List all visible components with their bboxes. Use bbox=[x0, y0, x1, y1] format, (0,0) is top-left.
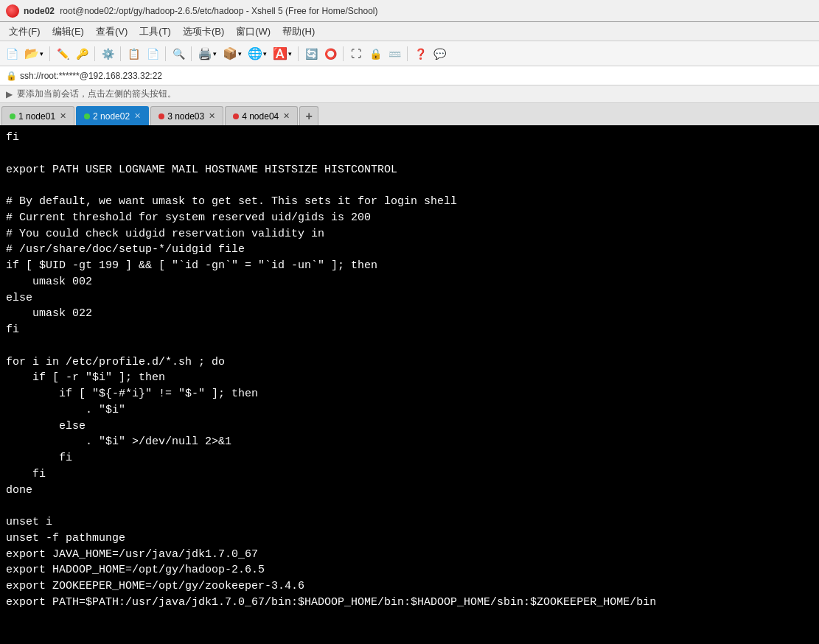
sep3 bbox=[120, 46, 121, 61]
copy-button[interactable]: 📋 bbox=[125, 45, 142, 63]
menu-window[interactable]: 窗口(W) bbox=[230, 24, 276, 40]
tabs-bar: 1 node01 ✕ 2 node02 ✕ 3 node03 ✕ 4 node0… bbox=[0, 103, 819, 125]
terminal[interactable]: fi export PATH USER LOGNAME MAIL HOSTNAM… bbox=[0, 125, 819, 644]
settings-button[interactable]: ⚙️ bbox=[99, 45, 116, 63]
transfer-dropdown[interactable]: 📦 ▾ bbox=[220, 45, 244, 62]
tab-dot-4 bbox=[233, 113, 239, 119]
title-bar: node02 root@node02:/opt/gy/hadoop-2.6.5/… bbox=[0, 0, 819, 22]
sep7 bbox=[343, 46, 344, 61]
paste-button[interactable]: 📄 bbox=[144, 45, 161, 63]
address-bar: 🔒 ssh://root:******@192.168.233.32:22 bbox=[0, 66, 819, 85]
print-icon: 🖨️ bbox=[198, 46, 212, 60]
title-text: node02 root@node02:/opt/gy/hadoop-2.6.5/… bbox=[24, 6, 377, 16]
add-tab-button[interactable]: + bbox=[299, 106, 318, 125]
menu-tools[interactable]: 工具(T) bbox=[133, 24, 177, 40]
fullscreen-button[interactable]: ⛶ bbox=[347, 45, 365, 63]
tab-node04[interactable]: 4 node04 ✕ bbox=[225, 106, 298, 125]
tab-node02[interactable]: 2 node02 ✕ bbox=[76, 106, 149, 125]
menu-help[interactable]: 帮助(H) bbox=[276, 24, 321, 40]
tab-close-4[interactable]: ✕ bbox=[283, 111, 290, 121]
tab-close-3[interactable]: ✕ bbox=[209, 111, 215, 121]
transfer-arrow: ▾ bbox=[238, 50, 242, 57]
globe-arrow: ▾ bbox=[263, 50, 267, 57]
script-button[interactable]: 🔄 bbox=[302, 45, 320, 63]
new-session-button[interactable]: 📄 bbox=[3, 45, 21, 63]
tab-node03[interactable]: 3 node03 ✕ bbox=[150, 106, 223, 125]
sep2 bbox=[94, 46, 95, 61]
sep4 bbox=[165, 46, 166, 61]
globe-icon: 🌐 bbox=[248, 46, 262, 60]
lock-icon: 🔒 bbox=[6, 71, 17, 81]
sep1 bbox=[49, 46, 50, 61]
tab-label-1: 1 node01 bbox=[18, 111, 55, 122]
chat-button[interactable]: 💬 bbox=[431, 45, 448, 63]
tab-dot-3 bbox=[158, 113, 164, 119]
open-icon: 📂 bbox=[24, 46, 39, 60]
open-arrow: ▾ bbox=[40, 50, 43, 57]
toolbar: 📄 📂 ▾ ✏️ 🔑 ⚙️ 📋 📄 🔍 🖨️ ▾ 📦 ▾ 🌐 ▾ 🅰️ ▾ 🔄 … bbox=[0, 41, 819, 66]
globe-dropdown[interactable]: 🌐 ▾ bbox=[245, 45, 269, 62]
tab-label-4: 4 node04 bbox=[242, 111, 279, 122]
app-icon bbox=[6, 4, 19, 18]
sep5 bbox=[191, 46, 192, 61]
compose-button[interactable]: ✏️ bbox=[54, 45, 72, 63]
menu-tabs[interactable]: 选项卡(B) bbox=[177, 24, 230, 40]
lock-button[interactable]: 🔒 bbox=[366, 45, 384, 63]
keyboard-button[interactable]: ⌨️ bbox=[386, 45, 403, 63]
tab-label-3: 3 node03 bbox=[167, 111, 204, 122]
font-icon: 🅰️ bbox=[273, 46, 287, 60]
sep6 bbox=[298, 46, 299, 61]
font-arrow: ▾ bbox=[288, 50, 292, 57]
menu-file[interactable]: 文件(F) bbox=[3, 24, 46, 40]
menu-edit[interactable]: 编辑(E) bbox=[46, 24, 90, 40]
sep8 bbox=[407, 46, 408, 61]
macro-button[interactable]: ⭕ bbox=[321, 45, 339, 63]
key-button[interactable]: 🔑 bbox=[73, 45, 91, 63]
app-name: node02 bbox=[24, 6, 55, 16]
search-button[interactable]: 🔍 bbox=[170, 45, 187, 63]
address-text[interactable]: ssh://root:******@192.168.233.32:22 bbox=[20, 71, 162, 81]
tab-node01[interactable]: 1 node01 ✕ bbox=[1, 106, 74, 125]
session-hint: 要添加当前会话，点击左侧的箭头按钮。 bbox=[17, 88, 176, 100]
print-dropdown[interactable]: 🖨️ ▾ bbox=[195, 45, 219, 62]
font-dropdown[interactable]: 🅰️ ▾ bbox=[271, 45, 294, 62]
arrow-icon: ▶ bbox=[6, 89, 13, 99]
print-arrow: ▾ bbox=[213, 50, 217, 57]
tab-dot-2 bbox=[84, 113, 90, 119]
transfer-icon: 📦 bbox=[223, 46, 237, 60]
open-dropdown[interactable]: 📂 ▾ bbox=[22, 45, 46, 62]
session-bar: ▶ 要添加当前会话，点击左侧的箭头按钮。 bbox=[0, 85, 819, 103]
menu-bar: 文件(F) 编辑(E) 查看(V) 工具(T) 选项卡(B) 窗口(W) 帮助(… bbox=[0, 22, 819, 41]
tab-label-2: 2 node02 bbox=[93, 111, 130, 122]
tab-close-1[interactable]: ✕ bbox=[60, 111, 66, 121]
menu-view[interactable]: 查看(V) bbox=[90, 24, 133, 40]
tab-dot-1 bbox=[10, 113, 15, 119]
tab-close-2[interactable]: ✕ bbox=[134, 111, 141, 121]
title-path: root@node02:/opt/gy/hadoop-2.6.5/etc/had… bbox=[60, 6, 377, 16]
help-button[interactable]: ❓ bbox=[411, 45, 429, 63]
